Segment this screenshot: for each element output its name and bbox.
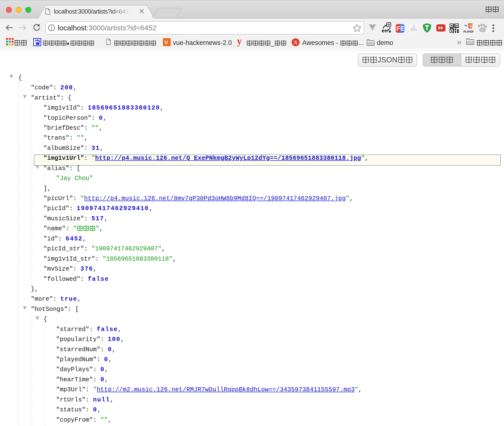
svg-text:A: A bbox=[293, 39, 297, 45]
svg-text:F: F bbox=[396, 25, 400, 32]
svg-text:y: y bbox=[237, 37, 242, 46]
svg-text:E: E bbox=[400, 25, 404, 32]
svg-text:V: V bbox=[165, 39, 168, 45]
svg-text:PLAYER: PLAYER bbox=[463, 30, 473, 33]
svg-text:5: 5 bbox=[470, 24, 471, 28]
svg-text:en: en bbox=[382, 28, 388, 33]
